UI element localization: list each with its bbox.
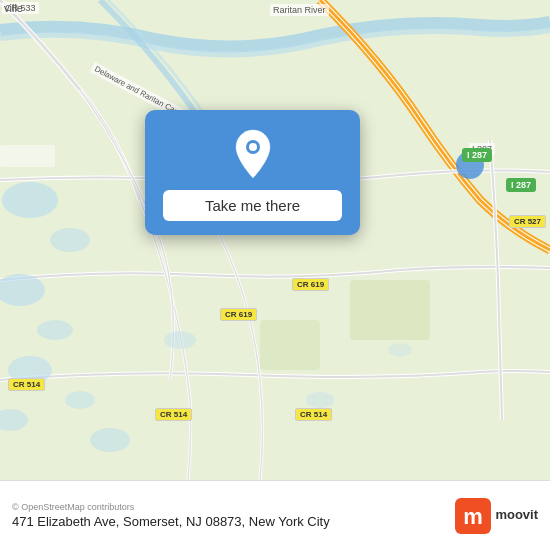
osm-attribution: © OpenStreetMap contributors <box>12 502 455 512</box>
take-me-there-button[interactable]: Take me there <box>163 190 342 221</box>
cr619-badge-1: CR 619 <box>292 278 329 291</box>
svg-point-11 <box>388 343 412 357</box>
moovit-text: moovit <box>495 508 538 522</box>
moovit-brand-icon: m <box>455 498 491 534</box>
svg-point-2 <box>50 228 90 252</box>
cr514-badge-2: CR 514 <box>155 408 192 421</box>
svg-rect-12 <box>350 280 430 340</box>
i287-badge-2: I 287 <box>506 178 536 192</box>
i287-badge-1: I 287 <box>462 148 492 162</box>
address-text: 471 Elizabeth Ave, Somerset, NJ 08873, N… <box>12 514 455 529</box>
svg-text:m: m <box>464 504 484 529</box>
svg-point-10 <box>306 392 334 408</box>
svg-rect-13 <box>260 320 320 370</box>
svg-rect-14 <box>0 145 55 167</box>
svg-point-6 <box>65 391 95 409</box>
svg-point-1 <box>2 182 58 218</box>
cr514-badge-1: CR 514 <box>8 378 45 391</box>
raritan-river-label: Raritan River <box>270 4 329 16</box>
svg-point-7 <box>90 428 130 452</box>
address-section: © OpenStreetMap contributors 471 Elizabe… <box>12 502 455 529</box>
cr619-badge-2: CR 619 <box>220 308 257 321</box>
moovit-brand-name: moovit <box>495 508 538 522</box>
location-popup: Take me there <box>145 110 360 235</box>
bottom-bar: © OpenStreetMap contributors 471 Elizabe… <box>0 480 550 550</box>
ville-label: ville <box>0 0 27 16</box>
map-container: CR 533 Raritan River Delaware and Rarita… <box>0 0 550 480</box>
location-pin-icon <box>230 128 276 180</box>
cr527-badge: CR 527 <box>509 215 546 228</box>
cr514-badge-3: CR 514 <box>295 408 332 421</box>
svg-point-9 <box>164 331 196 349</box>
svg-point-4 <box>37 320 73 340</box>
svg-point-17 <box>249 143 257 151</box>
moovit-logo[interactable]: m moovit <box>455 498 538 534</box>
